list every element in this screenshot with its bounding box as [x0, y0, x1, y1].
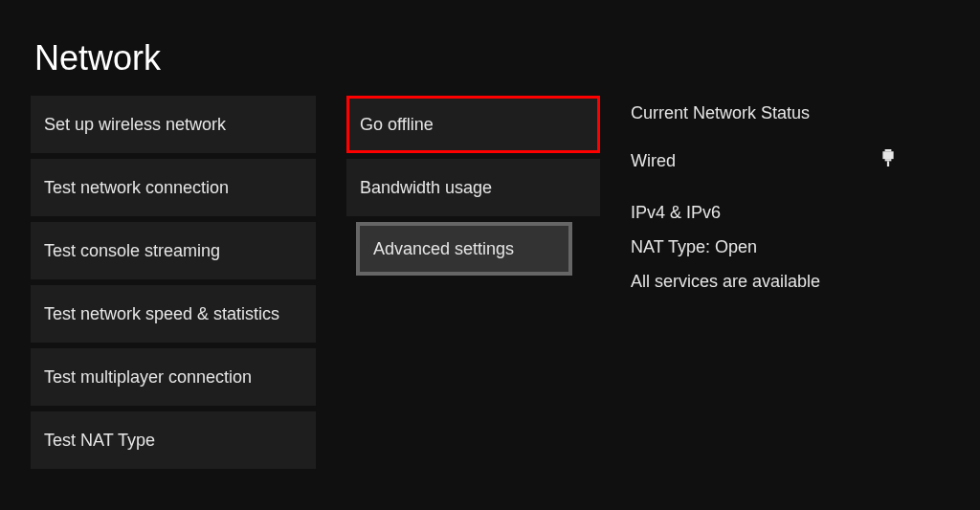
menu-item-label: Bandwidth usage	[360, 178, 492, 198]
left-menu: Set up wireless network Test network con…	[31, 96, 316, 469]
menu-item-test-nat[interactable]: Test NAT Type	[31, 411, 316, 469]
menu-item-test-multiplayer[interactable]: Test multiplayer connection	[31, 348, 316, 406]
right-menu: Go offline Bandwidth usage Advanced sett…	[346, 96, 600, 469]
status-services: All services are available	[631, 267, 820, 296]
svg-rect-2	[885, 159, 892, 161]
menu-item-setup-wireless[interactable]: Set up wireless network	[31, 96, 316, 153]
wired-icon	[881, 146, 895, 175]
menu-item-advanced-settings[interactable]: Advanced settings	[360, 226, 568, 272]
menu-item-label: Test NAT Type	[44, 431, 155, 451]
menu-item-label: Test console streaming	[44, 241, 220, 261]
menu-item-label: Test network speed & statistics	[44, 304, 279, 324]
status-ip-row: IPv4 & IPv6	[631, 198, 899, 227]
svg-rect-0	[885, 149, 892, 151]
status-connection-row: Wired	[631, 146, 899, 175]
status-nat-row: NAT Type: Open	[631, 233, 899, 261]
menu-item-label: Advanced settings	[373, 239, 514, 259]
menu-item-test-speed[interactable]: Test network speed & statistics	[31, 285, 316, 343]
status-nat: NAT Type: Open	[631, 233, 757, 261]
network-status: Current Network Status Wired IPv4 & IPv6…	[631, 96, 899, 469]
svg-rect-3	[887, 161, 889, 166]
menu-item-bandwidth-usage[interactable]: Bandwidth usage	[346, 159, 600, 216]
menu-item-test-connection[interactable]: Test network connection	[31, 159, 316, 216]
content-columns: Set up wireless network Test network con…	[31, 96, 899, 469]
menu-item-label: Test network connection	[44, 178, 229, 198]
status-ip: IPv4 & IPv6	[631, 198, 721, 227]
menu-item-test-streaming[interactable]: Test console streaming	[31, 222, 316, 279]
menu-item-label: Set up wireless network	[44, 115, 226, 135]
page-title: Network	[34, 38, 161, 78]
status-services-row: All services are available	[631, 267, 899, 296]
menu-item-go-offline[interactable]: Go offline	[346, 96, 600, 153]
menu-item-label: Test multiplayer connection	[44, 367, 252, 388]
status-header: Current Network Status	[631, 103, 899, 123]
svg-rect-1	[882, 151, 893, 159]
menu-item-label: Go offline	[360, 115, 434, 135]
status-connection: Wired	[631, 146, 676, 175]
